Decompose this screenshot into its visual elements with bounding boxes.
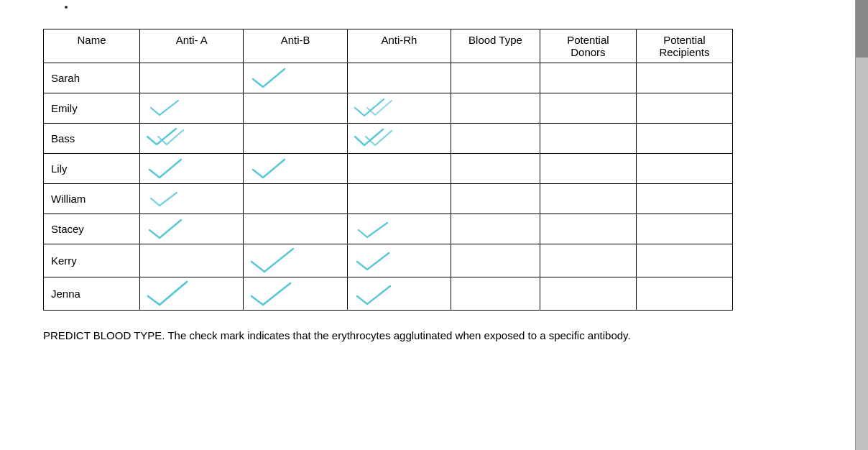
cell-anti-rh (347, 244, 451, 277)
cell-anti-b (244, 124, 347, 154)
cell-anti-a (140, 214, 244, 244)
description-text: PREDICT BLOOD TYPE. The check mark indic… (43, 328, 632, 344)
cell-anti-a (140, 277, 244, 311)
table-header-row: Name Anti- A Anti-B Anti-Rh Blood Type P… (44, 29, 733, 63)
table-row: William (44, 184, 733, 214)
cell-potential-donors (540, 124, 636, 154)
cell-name: Lily (44, 154, 140, 184)
cell-potential-recipients (636, 214, 732, 244)
header-blood-type: Blood Type (451, 29, 540, 63)
header-anti-b: Anti-B (244, 29, 347, 63)
cell-anti-b (244, 244, 347, 277)
cell-potential-recipients (636, 63, 732, 93)
scrollbar-thumb[interactable] (856, 0, 868, 58)
cell-anti-b (244, 277, 347, 311)
cell-anti-rh (347, 124, 451, 154)
cell-potential-donors (540, 154, 636, 184)
table-row: Sarah (44, 63, 733, 93)
cell-potential-recipients (636, 154, 732, 184)
cell-name: Kerry (44, 244, 140, 277)
table-row: Lily (44, 154, 733, 184)
cell-potential-recipients (636, 277, 732, 311)
cell-name: Bass (44, 124, 140, 154)
cell-potential-recipients (636, 244, 732, 277)
cell-potential-donors (540, 244, 636, 277)
header-potential-donors: PotentialDonors (540, 29, 636, 63)
cell-anti-b (244, 63, 347, 93)
cell-anti-rh (347, 214, 451, 244)
cell-anti-a (140, 244, 244, 277)
cell-blood-type (451, 277, 540, 311)
cell-blood-type (451, 124, 540, 154)
cell-potential-donors (540, 277, 636, 311)
cell-anti-a (140, 184, 244, 214)
cell-anti-rh (347, 63, 451, 93)
cell-anti-b (244, 93, 347, 124)
cell-anti-b (244, 184, 347, 214)
blood-type-table: Name Anti- A Anti-B Anti-Rh Blood Type P… (43, 29, 733, 311)
decorative-dot (65, 6, 68, 9)
cell-blood-type (451, 214, 540, 244)
table-row: Kerry (44, 244, 733, 277)
cell-anti-rh (347, 184, 451, 214)
scrollbar[interactable] (855, 0, 868, 450)
cell-potential-donors (540, 214, 636, 244)
cell-anti-a (140, 154, 244, 184)
cell-anti-rh (347, 93, 451, 124)
cell-potential-donors (540, 184, 636, 214)
cell-potential-recipients (636, 93, 732, 124)
main-content: Name Anti- A Anti-B Anti-Rh Blood Type P… (0, 0, 848, 366)
cell-name: Stacey (44, 214, 140, 244)
table-row: Emily (44, 93, 733, 124)
header-anti-a: Anti- A (140, 29, 244, 63)
cell-anti-b (244, 214, 347, 244)
cell-potential-recipients (636, 184, 732, 214)
cell-anti-rh (347, 277, 451, 311)
cell-anti-a (140, 93, 244, 124)
cell-name: William (44, 184, 140, 214)
header-name: Name (44, 29, 140, 63)
cell-blood-type (451, 244, 540, 277)
cell-blood-type (451, 154, 540, 184)
cell-anti-a (140, 63, 244, 93)
header-anti-rh: Anti-Rh (347, 29, 451, 63)
cell-name: Emily (44, 93, 140, 124)
table-row: Bass (44, 124, 733, 154)
table-row: Stacey (44, 214, 733, 244)
cell-name: Jenna (44, 277, 140, 311)
cell-potential-donors (540, 63, 636, 93)
cell-potential-donors (540, 93, 636, 124)
cell-anti-a (140, 124, 244, 154)
header-potential-recipients: PotentialRecipients (636, 29, 732, 63)
cell-blood-type (451, 184, 540, 214)
cell-name: Sarah (44, 63, 140, 93)
cell-blood-type (451, 63, 540, 93)
cell-blood-type (451, 93, 540, 124)
table-row: Jenna (44, 277, 733, 311)
cell-anti-rh (347, 154, 451, 184)
cell-potential-recipients (636, 124, 732, 154)
cell-anti-b (244, 154, 347, 184)
